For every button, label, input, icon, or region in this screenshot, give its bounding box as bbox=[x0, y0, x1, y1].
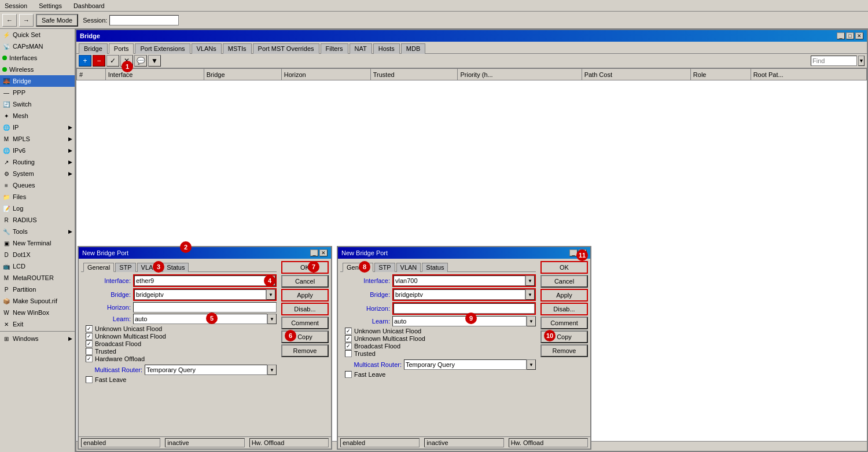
sidebar-item-log[interactable]: 📝 Log bbox=[0, 203, 75, 214]
dialog2-remove-button[interactable]: Remove bbox=[540, 344, 588, 357]
dialog1-cb-multicast-flood-box[interactable]: ✓ bbox=[86, 333, 93, 340]
sidebar-item-files[interactable]: 📁 Files bbox=[0, 191, 75, 203]
forward-button[interactable]: → bbox=[19, 14, 34, 27]
dialog1-cancel-button[interactable]: Cancel bbox=[281, 275, 329, 288]
dialog1-tab-stp[interactable]: STP bbox=[115, 263, 135, 272]
dialog2-bridge-dropdown[interactable]: ▼ bbox=[525, 289, 535, 300]
tab-bridge[interactable]: Bridge bbox=[79, 43, 108, 54]
find-input[interactable] bbox=[811, 56, 857, 66]
dialog1-bridge-input[interactable] bbox=[134, 289, 266, 300]
dialog1-multicast-dropdown[interactable]: ▼ bbox=[267, 365, 277, 375]
dialog2-multicast-input[interactable] bbox=[404, 359, 527, 370]
dialog2-interface-dropdown[interactable]: ▼ bbox=[525, 275, 535, 286]
sidebar-item-wireless[interactable]: Wireless bbox=[0, 64, 75, 75]
dialog2-cb-trusted-box[interactable] bbox=[345, 350, 352, 357]
menu-settings[interactable]: Settings bbox=[36, 2, 64, 10]
sidebar-item-routing[interactable]: ↗ Routing ▶ bbox=[0, 156, 75, 168]
dialog1-multicast-input[interactable] bbox=[145, 365, 267, 375]
dialog1-ok-button[interactable]: OK bbox=[281, 261, 329, 274]
menu-session[interactable]: Session bbox=[2, 2, 30, 10]
tab-mdb[interactable]: MDB bbox=[401, 43, 425, 54]
sidebar-item-new-terminal[interactable]: ▣ New Terminal bbox=[0, 237, 75, 249]
dialog2-learn-dropdown[interactable]: ▼ bbox=[527, 316, 536, 326]
sidebar-item-ip[interactable]: 🌐 IP ▶ bbox=[0, 122, 75, 133]
dialog1-cb-trusted-box[interactable] bbox=[86, 348, 93, 355]
sidebar-item-windows[interactable]: ⊞ Windows ▶ bbox=[0, 333, 75, 344]
dialog2-tab-status[interactable]: Status bbox=[422, 263, 448, 272]
dialog1-cb-unicast-flood-box[interactable]: ✓ bbox=[86, 325, 93, 332]
dialog2-cb-fast-leave-box[interactable] bbox=[345, 371, 352, 378]
dialog2-cb-multicast-flood-box[interactable]: ✓ bbox=[345, 335, 352, 342]
sidebar-item-ipv6[interactable]: 🌐 IPv6 ▶ bbox=[0, 145, 75, 156]
dialog2-interface-input[interactable] bbox=[393, 275, 525, 286]
dialog1-close[interactable]: ✕ bbox=[319, 249, 328, 256]
tab-vlans[interactable]: VLANs bbox=[192, 43, 222, 54]
dialog1-cb-broadcast-flood-box[interactable]: ✓ bbox=[86, 340, 93, 347]
enable-button[interactable]: ✓ bbox=[106, 55, 119, 67]
back-button[interactable]: ← bbox=[2, 14, 17, 27]
maximize-button[interactable]: □ bbox=[846, 32, 854, 39]
dialog2-cb-broadcast-flood-box[interactable]: ✓ bbox=[345, 343, 352, 350]
dialog1-cb-hw-offload-box[interactable]: ✓ bbox=[86, 355, 93, 362]
sidebar-item-queues[interactable]: ≡ Queues bbox=[0, 179, 75, 191]
dialog1-minimize[interactable]: _ bbox=[310, 249, 318, 256]
sidebar-item-quick-set[interactable]: ⚡ Quick Set bbox=[0, 29, 75, 41]
sidebar-item-radius[interactable]: R RADIUS bbox=[0, 214, 75, 226]
sidebar-item-interfaces[interactable]: Interfaces bbox=[0, 52, 75, 64]
dialog2-horizon-input[interactable] bbox=[393, 303, 535, 314]
dialog1-tab-general[interactable]: General bbox=[83, 263, 114, 272]
sidebar-item-dot1x[interactable]: D Dot1X bbox=[0, 249, 75, 260]
sidebar-item-make-supout[interactable]: 📦 Make Supout.rif bbox=[0, 295, 75, 307]
sidebar-item-mesh[interactable]: ✦ Mesh bbox=[0, 110, 75, 122]
dialog1-comment-button[interactable]: Comment bbox=[281, 317, 329, 329]
sidebar-item-metarouter[interactable]: M MetaROUTER bbox=[0, 272, 75, 284]
dialog2-tab-stp[interactable]: STP bbox=[374, 263, 395, 272]
dialog2-disable-button[interactable]: Disab... bbox=[540, 303, 588, 315]
minimize-button[interactable]: _ bbox=[837, 32, 845, 39]
tab-mstis[interactable]: MSTIs bbox=[223, 43, 252, 54]
dialog1-bridge-dropdown[interactable]: ▼ bbox=[266, 289, 275, 300]
sidebar-item-new-winbox[interactable]: W New WinBox bbox=[0, 307, 75, 318]
sidebar-item-partition[interactable]: P Partition bbox=[0, 284, 75, 295]
find-dropdown[interactable]: ▼ bbox=[858, 56, 865, 66]
dialog2-multicast-dropdown[interactable]: ▼ bbox=[527, 359, 536, 370]
dialog1-learn-input[interactable] bbox=[133, 314, 267, 324]
dialog1-cb-fast-leave-box[interactable] bbox=[86, 376, 93, 383]
safe-mode-button[interactable]: Safe Mode bbox=[36, 14, 78, 27]
tab-ports[interactable]: Ports bbox=[109, 43, 134, 54]
sidebar-item-bridge[interactable]: 🌉 Bridge bbox=[0, 75, 75, 87]
tab-hosts[interactable]: Hosts bbox=[373, 43, 400, 54]
tab-nat[interactable]: NAT bbox=[350, 43, 372, 54]
dialog1-remove-button[interactable]: Remove bbox=[281, 344, 329, 357]
sidebar-item-ppp[interactable]: — PPP bbox=[0, 87, 75, 98]
sidebar-item-lcd[interactable]: 📺 LCD bbox=[0, 260, 75, 272]
sidebar-item-capsman[interactable]: 📡 CAPsMAN bbox=[0, 41, 75, 52]
dialog1-interface-input[interactable] bbox=[134, 275, 266, 286]
session-input[interactable] bbox=[109, 15, 179, 25]
sidebar-item-exit[interactable]: ✕ Exit bbox=[0, 318, 75, 330]
add-button[interactable]: + bbox=[79, 55, 91, 67]
sidebar-item-mpls[interactable]: M MPLS ▶ bbox=[0, 133, 75, 145]
sidebar-item-system[interactable]: ⚙ System ▶ bbox=[0, 168, 75, 179]
tab-filters[interactable]: Filters bbox=[321, 43, 348, 54]
menu-dashboard[interactable]: Dashboard bbox=[71, 2, 107, 10]
dialog2-bridge-input[interactable] bbox=[393, 289, 525, 300]
delete-button[interactable]: − bbox=[93, 55, 105, 67]
sidebar-item-switch[interactable]: 🔄 Switch bbox=[0, 98, 75, 110]
dialog2-tab-vlan[interactable]: VLAN bbox=[396, 263, 421, 272]
dialog2-ok-button[interactable]: OK bbox=[540, 261, 588, 274]
dialog1-learn-dropdown[interactable]: ▼ bbox=[267, 314, 277, 324]
dialog2-comment-button[interactable]: Comment bbox=[540, 317, 588, 329]
comment-button[interactable]: 💬 bbox=[134, 55, 147, 67]
tab-port-mst-overrides[interactable]: Port MST Overrides bbox=[253, 43, 319, 54]
dialog2-apply-button[interactable]: Apply bbox=[540, 289, 588, 302]
dialog1-horizon-input[interactable] bbox=[133, 302, 277, 313]
close-button[interactable]: ✕ bbox=[855, 32, 863, 39]
dialog1-tab-status[interactable]: Status bbox=[163, 263, 189, 272]
dialog1-disable-button[interactable]: Disab... bbox=[281, 303, 329, 315]
dialog2-cb-unicast-flood-box[interactable]: ✓ bbox=[345, 328, 352, 335]
tab-port-extensions[interactable]: Port Extensions bbox=[135, 43, 190, 54]
dialog1-apply-button[interactable]: Apply bbox=[281, 289, 329, 302]
dialog2-learn-input[interactable] bbox=[392, 316, 527, 326]
filter-button[interactable]: ▼ bbox=[148, 55, 161, 67]
